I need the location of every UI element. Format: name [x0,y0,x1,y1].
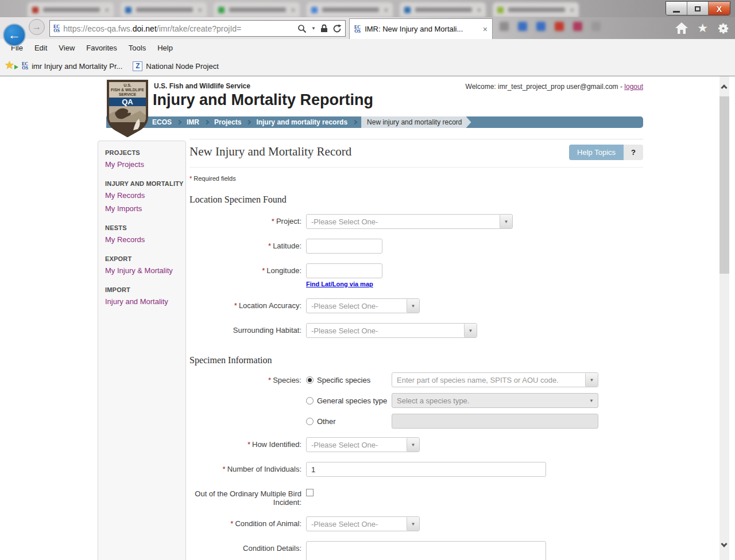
latitude-input[interactable] [306,239,382,254]
breadcrumb-link-ecos[interactable]: ECOS [151,118,173,126]
forward-arrow-icon: → [32,22,41,32]
number-of-individuals-input[interactable] [306,462,546,477]
scroll-down-icon[interactable] [721,540,727,547]
forward-button[interactable]: → [29,19,45,35]
other-species-radio[interactable]: Other [306,417,392,426]
chevron-right-icon [177,120,181,125]
condition-details-label: Condition Details: [189,541,306,560]
favorite-item-imr[interactable]: ECOS imr Injury and Mortality Pr... [22,62,128,71]
specific-species-radio[interactable]: Specific species [306,376,392,384]
add-favorite-button[interactable]: ★ [5,60,17,72]
page-title: New Injury and Mortality Record [189,145,351,159]
help-question-button[interactable]: ? [624,145,643,160]
breadcrumb-link-projects[interactable]: Projects [213,118,242,126]
number-of-individuals-label: *Number of Individuals: [189,462,306,477]
back-button[interactable]: ← [3,24,26,46]
search-icon[interactable] [297,24,307,33]
background-tab[interactable]: × [28,2,114,17]
multiple-bird-incident-checkbox[interactable] [306,489,314,496]
menu-favorites[interactable]: Favorites [81,41,123,55]
breadcrumb-link-imr[interactable]: IMR [185,118,200,126]
favorite-item-national-node[interactable]: Z National Node Project [133,61,224,71]
lock-icon [320,24,328,33]
back-arrow-icon: ← [8,28,21,42]
condition-details-textarea[interactable] [306,541,546,560]
radio-icon [306,397,314,405]
condition-of-animal-select[interactable]: -Please Select One- ▼ [306,516,420,531]
sidebar-item-my-imports[interactable]: My Imports [105,202,185,215]
how-identified-select[interactable]: -Please Select One- ▼ [306,437,420,452]
form-row-condition-of-animal: *Condition of Animal: -Please Select One… [189,516,643,531]
surrounding-habitat-select[interactable]: -Please Select One- ▼ [306,323,477,338]
sidebar-item-export-injury-mortality[interactable]: My Injury & Mortality [105,264,185,277]
chevron-right-icon [246,120,251,125]
agency-name: U.S. Fish and Wildlife Service [154,82,250,90]
breadcrumb-link-records[interactable]: Injury and mortality records [255,118,349,126]
radio-selected-icon [306,376,314,384]
longitude-input[interactable] [306,263,382,278]
window-titlebar: ×××××× X [0,0,735,17]
background-tab[interactable]: × [121,2,207,17]
app-title: Injury and Mortality Reporting [153,91,373,109]
ecos-favicon: ECOS [354,25,361,33]
scroll-up-icon[interactable] [721,84,727,91]
minimize-button[interactable] [666,2,687,15]
gear-icon[interactable] [717,22,729,34]
project-select[interactable]: -Please Select One- ▼ [306,214,513,229]
close-window-button[interactable]: X [709,2,730,15]
blurred-extension-icon [555,22,564,31]
form-row-number-of-individuals: *Number of Individuals: [189,462,643,477]
breadcrumb: ECOS IMR Projects Injury and mortality r… [106,116,643,128]
ecos-favicon: ECOS [53,25,60,33]
svg-text:FISH & WILDLIFE: FISH & WILDLIFE [111,88,144,92]
vertical-scrollbar[interactable] [719,76,729,560]
menu-tools[interactable]: Tools [123,41,152,55]
close-tab-icon[interactable]: × [483,25,488,34]
maximize-button[interactable] [687,2,709,15]
star-icon: ★ [5,59,14,72]
blurred-extension-icon [536,22,546,31]
location-accuracy-select[interactable]: -Please Select One- ▼ [306,298,420,313]
general-species-select[interactable]: Select a species type. ▼ [392,393,598,408]
menu-help[interactable]: Help [152,41,179,55]
background-tab[interactable]: × [400,2,486,17]
other-species-input[interactable] [392,414,598,429]
refresh-icon[interactable] [332,24,342,33]
form-row-species: *Species: Specific species Enter part of… [189,372,643,429]
ecos-favicon: ECOS [22,62,28,70]
sidebar-item-nests-my-records[interactable]: My Records [105,233,185,246]
sidebar-item-my-projects[interactable]: My Projects [105,158,185,171]
form-row-latitude: *Latitude: [189,239,643,254]
general-species-radio[interactable]: General species type [306,396,392,405]
required-marker: * [189,175,192,182]
chevron-right-icon [204,120,209,125]
project-label: *Project: [189,214,306,229]
sidebar-item-my-records[interactable]: My Records [105,189,185,202]
help-topics-button[interactable]: Help Topics [569,145,624,160]
specific-species-combobox[interactable]: Enter part of species name, SPITS or AOU… [392,372,598,387]
logout-link[interactable]: logout [624,83,643,91]
favorites-star-icon[interactable]: ★ [697,21,708,36]
background-tab[interactable]: × [214,2,300,17]
chevron-right-icon [353,120,357,125]
sidebar-heading-nests: NESTS [105,224,185,231]
blurred-extension-icon [573,22,582,31]
search-dropdown-icon[interactable]: ▼ [311,26,316,31]
scrollbar-thumb[interactable] [719,96,729,274]
sidebar-item-import-injury-mortality[interactable]: Injury and Mortality [105,295,185,308]
menu-view[interactable]: View [53,41,81,55]
chevron-down-icon: ▼ [407,299,419,313]
form-row-surrounding-habitat: Surrounding Habitat: -Please Select One-… [189,323,643,338]
background-tab[interactable]: × [493,2,579,17]
menu-edit[interactable]: Edit [29,41,53,55]
find-latlong-map-link[interactable]: Find Lat/Long via map [306,281,373,287]
form-row-multiple-bird-incident: Out of the Ordinary Multiple Bird Incide… [189,487,643,507]
form-row-how-identified: *How Identified: -Please Select One- ▼ [189,437,643,452]
home-icon[interactable] [675,22,688,34]
welcome-message: Welcome: imr_test_project_prop user@gmai… [466,83,643,91]
blurred-extension-icon [500,22,509,31]
active-tab[interactable]: ECOS IMR: New Injury and Mortali... × [349,18,493,39]
sidebar-heading-projects: PROJECTS [105,149,185,156]
address-bar[interactable]: ECOS https://ecos-qa.fws.doi.net/imr/tak… [49,20,346,37]
background-tab[interactable]: × [307,2,393,17]
